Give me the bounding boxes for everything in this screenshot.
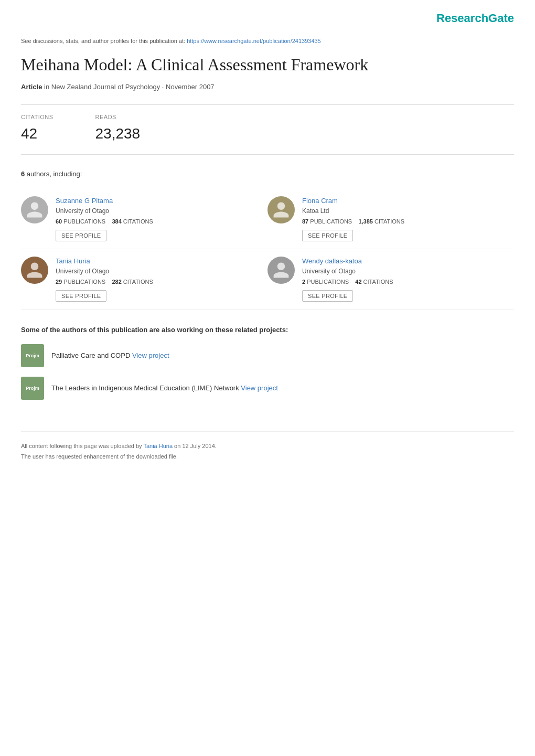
citations-block: CITATIONS 42 [21, 113, 54, 144]
author-stats-2: 87 PUBLICATIONS 1,385 CITATIONS [302, 218, 507, 226]
author-stats-1: 60 PUBLICATIONS 384 CITATIONS [56, 218, 260, 226]
project-link-1[interactable]: View project [132, 352, 169, 359]
related-projects-heading: Some of the authors of this publication … [21, 325, 514, 335]
stats-row: CITATIONS 42 READS 23,238 [21, 113, 514, 155]
publication-link[interactable]: https://www.researchgate.net/publication… [187, 38, 321, 44]
reads-label: READS [95, 113, 141, 121]
author-stats-3: 29 PUBLICATIONS 282 CITATIONS [56, 278, 260, 286]
stats-divider [21, 104, 514, 105]
author-card-3: Tania Huria University of Otago 29 PUBLI… [21, 249, 268, 310]
author-avatar-3 [21, 257, 48, 284]
footer-request-line: The user has requested enhancement of th… [21, 453, 514, 461]
footer-uploader-link[interactable]: Tania Huria [143, 443, 173, 449]
project-link-2[interactable]: View project [241, 384, 278, 392]
header-logo: ResearchGate [21, 10, 514, 27]
project-thumb-2: Projm [21, 377, 44, 400]
author-name-4[interactable]: Wendy dallas-katoa [302, 257, 507, 266]
footer-section: All content following this page was uplo… [21, 431, 514, 461]
author-info-2: Fiona Cram Katoa Ltd 87 PUBLICATIONS 1,3… [302, 196, 507, 241]
author-stats-4: 2 PUBLICATIONS 42 CITATIONS [302, 278, 507, 286]
top-notice: See discussions, stats, and author profi… [21, 37, 514, 45]
authors-heading: 6 authors, including: [21, 169, 514, 179]
author-card-1: Suzanne G Pitama University of Otago 60 … [21, 189, 268, 249]
author-affiliation-2: Katoa Ltd [302, 207, 507, 216]
project-text-1: Palliative Care and COPD View project [51, 351, 169, 360]
reads-block: READS 23,238 [95, 113, 141, 144]
author-name-1[interactable]: Suzanne G Pitama [56, 196, 260, 206]
project-item-2: Projm The Leaders in Indigenous Medical … [21, 377, 514, 400]
footer-upload-line: All content following this page was uplo… [21, 442, 514, 450]
author-card-2: Fiona Cram Katoa Ltd 87 PUBLICATIONS 1,3… [268, 189, 514, 249]
author-avatar-2 [268, 196, 295, 223]
project-thumb-1: Projm [21, 344, 44, 367]
page-wrapper: ResearchGate See discussions, stats, and… [0, 0, 535, 494]
see-profile-button-4[interactable]: SEE PROFILE [302, 290, 353, 302]
authors-grid: Suzanne G Pitama University of Otago 60 … [21, 189, 514, 310]
author-info-1: Suzanne G Pitama University of Otago 60 … [56, 196, 260, 241]
article-meta: Article in New Zealand Journal of Psycho… [21, 82, 514, 92]
author-affiliation-3: University of Otago [56, 267, 260, 276]
brand-name: ResearchGate [436, 12, 514, 25]
see-profile-button-2[interactable]: SEE PROFILE [302, 230, 353, 241]
author-name-2[interactable]: Fiona Cram [302, 196, 507, 206]
author-affiliation-1: University of Otago [56, 207, 260, 216]
page-title: Meihana Model: A Clinical Assessment Fra… [21, 55, 514, 74]
author-affiliation-4: University of Otago [302, 267, 507, 276]
author-info-4: Wendy dallas-katoa University of Otago 2… [302, 257, 507, 302]
author-name-3[interactable]: Tania Huria [56, 257, 260, 266]
see-profile-button-3[interactable]: SEE PROFILE [56, 290, 106, 302]
project-text-2: The Leaders in Indigenous Medical Educat… [51, 384, 278, 393]
project-item-1: Projm Palliative Care and COPD View proj… [21, 344, 514, 367]
author-avatar-4 [268, 257, 295, 284]
author-avatar-1 [21, 196, 48, 223]
citations-value: 42 [21, 123, 54, 144]
see-profile-button-1[interactable]: SEE PROFILE [56, 230, 106, 241]
author-info-3: Tania Huria University of Otago 29 PUBLI… [56, 257, 260, 302]
citations-label: CITATIONS [21, 113, 54, 121]
reads-value: 23,238 [95, 123, 141, 144]
author-card-4: Wendy dallas-katoa University of Otago 2… [268, 249, 514, 310]
